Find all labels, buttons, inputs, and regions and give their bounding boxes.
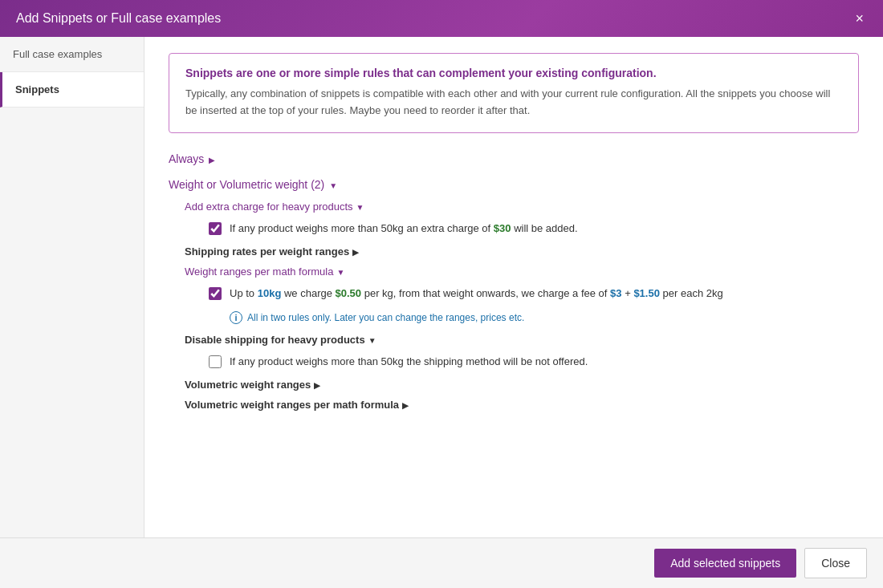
snippet-2-text: Up to 10kg we charge $0.50 per kg, from …: [230, 286, 723, 302]
dialog-title: Add Snippets or Full case examples: [16, 11, 221, 26]
info-box: Snippets are one or more simple rules th…: [169, 53, 859, 133]
snippet-row-3: If any product weighs more than 50kg the…: [209, 354, 859, 370]
snippet-2-fee1: $3: [610, 287, 621, 299]
volumetric-math-label: Volumetric weight ranges per math formul…: [185, 399, 399, 411]
volumetric-ranges-arrow-icon: [314, 379, 320, 391]
info-circle-icon: i: [230, 311, 242, 324]
weight-volumetric-section: Weight or Volumetric weight (2) Add extr…: [169, 178, 859, 412]
shipping-rates-arrow-icon: [352, 245, 359, 258]
volumetric-math-arrow-icon: [402, 399, 409, 411]
shipping-rates-label: Shipping rates per weight ranges: [185, 245, 349, 258]
shipping-rates-subsection: Shipping rates per weight ranges: [169, 245, 859, 258]
info-link-row: i All in two rules only. Later you can c…: [230, 311, 859, 324]
weight-ranges-math-subsection: Weight ranges per math formula Up to 10k…: [169, 266, 859, 324]
disable-shipping-arrow-icon: [368, 334, 376, 346]
snippet-3-checkbox[interactable]: [209, 355, 222, 368]
snippet-2-weight: 10kg: [258, 287, 282, 299]
add-extra-charge-label: Add extra charge for heavy products: [185, 201, 353, 213]
content-scroll-area[interactable]: Snippets are one or more simple rules th…: [144, 37, 883, 537]
disable-shipping-header[interactable]: Disable shipping for heavy products: [185, 334, 859, 346]
sidebar-item-full-case-label: Full case examples: [13, 48, 102, 60]
snippet-1-text: If any product weighs more than 50kg an …: [230, 221, 578, 237]
volumetric-ranges-label: Volumetric weight ranges: [185, 379, 311, 391]
snippet-1-highlight-amount: $30: [494, 222, 511, 234]
disable-shipping-label: Disable shipping for heavy products: [185, 334, 365, 346]
weight-ranges-math-header[interactable]: Weight ranges per math formula: [185, 266, 859, 278]
weight-ranges-math-arrow-icon: [336, 266, 344, 278]
main-dialog: Add Snippets or Full case examples × Ful…: [0, 0, 883, 588]
sidebar-item-snippets-label: Snippets: [15, 83, 59, 95]
volumetric-math-subsection: Volumetric weight ranges per math formul…: [169, 399, 859, 411]
info-box-title: Snippets are one or more simple rules th…: [185, 67, 842, 79]
always-label: Always: [169, 152, 204, 165]
snippet-row-2: Up to 10kg we charge $0.50 per kg, from …: [209, 286, 859, 302]
sidebar-item-snippets[interactable]: Snippets: [0, 72, 144, 107]
sidebar-item-full-case[interactable]: Full case examples: [0, 37, 144, 72]
dialog-header: Add Snippets or Full case examples ×: [0, 0, 883, 37]
snippet-row-1: If any product weighs more than 50kg an …: [209, 221, 859, 237]
snippet-2-checkbox[interactable]: [209, 287, 222, 300]
always-section: Always: [169, 152, 859, 165]
main-content: Snippets are one or more simple rules th…: [144, 37, 883, 537]
add-selected-snippets-button[interactable]: Add selected snippets: [654, 549, 796, 578]
weight-volumetric-label: Weight or Volumetric weight (2): [169, 178, 324, 191]
snippet-2-fee2: $1.50: [633, 287, 660, 299]
snippet-1-checkbox[interactable]: [209, 222, 222, 235]
info-box-text: Typically, any combination of snippets i…: [185, 86, 842, 120]
always-arrow-icon: [209, 152, 215, 165]
weight-volumetric-arrow-icon: [329, 178, 337, 191]
snippet-2-rate1: $0.50: [336, 287, 362, 299]
close-button[interactable]: Close: [804, 548, 867, 578]
sidebar: Full case examples Snippets: [0, 37, 144, 537]
dialog-footer: Add selected snippets Close: [0, 537, 883, 588]
shipping-rates-header[interactable]: Shipping rates per weight ranges: [185, 245, 859, 258]
close-icon-button[interactable]: ×: [852, 11, 867, 26]
add-extra-charge-header[interactable]: Add extra charge for heavy products: [185, 201, 859, 213]
dialog-body: Full case examples Snippets Snippets are…: [0, 37, 883, 537]
volumetric-ranges-subsection: Volumetric weight ranges: [169, 379, 859, 391]
always-header[interactable]: Always: [169, 152, 859, 165]
snippet-3-text: If any product weighs more than 50kg the…: [230, 354, 588, 370]
volumetric-math-header[interactable]: Volumetric weight ranges per math formul…: [185, 399, 859, 411]
add-extra-charge-subsection: Add extra charge for heavy products If a…: [169, 201, 859, 237]
volumetric-ranges-header[interactable]: Volumetric weight ranges: [185, 379, 859, 391]
add-extra-charge-arrow-icon: [356, 201, 364, 213]
disable-shipping-subsection: Disable shipping for heavy products If a…: [169, 334, 859, 370]
info-link-text: All in two rules only. Later you can cha…: [247, 312, 524, 323]
weight-volumetric-header[interactable]: Weight or Volumetric weight (2): [169, 178, 859, 191]
weight-ranges-math-label: Weight ranges per math formula: [185, 266, 333, 278]
